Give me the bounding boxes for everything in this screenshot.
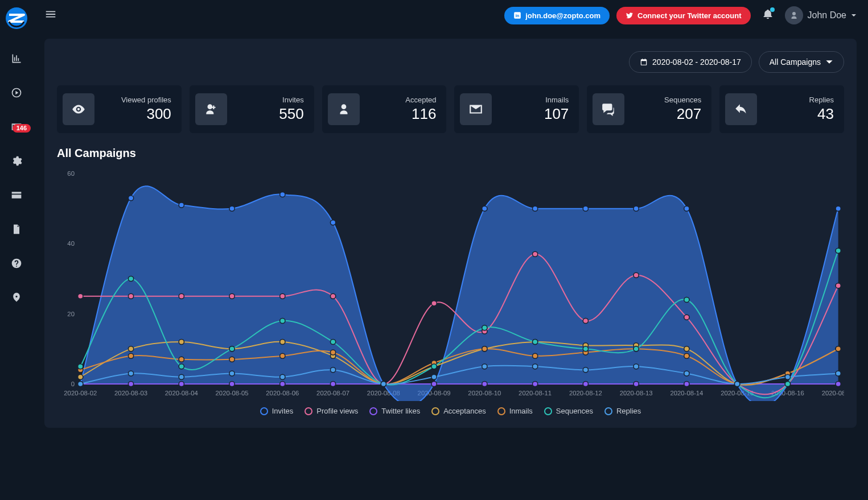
svg-point-125 [381, 382, 386, 387]
legend-item[interactable]: Twitter likes [369, 407, 420, 415]
hamburger-icon[interactable] [44, 8, 57, 23]
legend-label: Invites [272, 407, 294, 415]
svg-point-88 [128, 353, 133, 358]
legend-label: Twitter likes [381, 407, 420, 415]
svg-point-28 [330, 220, 335, 225]
legend-item[interactable]: Acceptances [431, 407, 486, 415]
svg-text:40: 40 [67, 240, 75, 247]
stat-label: Viewed profiles [101, 96, 171, 104]
svg-point-112 [532, 340, 537, 345]
svg-text:2020-08-10: 2020-08-10 [468, 390, 501, 396]
user-name: John Doe [808, 10, 847, 20]
svg-point-35 [684, 206, 689, 211]
email-button[interactable]: in john.doe@zopto.com [504, 7, 610, 24]
svg-text:2020-08-12: 2020-08-12 [569, 390, 602, 396]
svg-point-62 [431, 382, 437, 387]
user-icon [328, 93, 360, 125]
svg-point-105 [179, 364, 184, 369]
calendar-icon [640, 58, 648, 66]
stat-label: Inmails [499, 96, 569, 104]
svg-point-108 [330, 340, 335, 345]
svg-point-104 [128, 276, 133, 282]
card-icon[interactable] [6, 184, 27, 206]
chevron-down-icon [825, 58, 833, 66]
legend-label: Profile views [316, 407, 358, 415]
legend-swatch [260, 407, 268, 415]
svg-point-31 [482, 206, 487, 211]
stat-value: 300 [101, 105, 171, 123]
twitter-icon [626, 11, 633, 19]
bell-icon[interactable] [762, 9, 774, 22]
twitter-connect-button[interactable]: Connect your Twitter account [616, 7, 751, 24]
legend-item[interactable]: Sequences [544, 407, 593, 415]
eye-icon [63, 93, 94, 125]
mail-icon[interactable]: 146 [6, 116, 27, 138]
svg-point-46 [431, 301, 437, 306]
svg-point-51 [684, 315, 689, 320]
svg-point-133 [785, 374, 790, 379]
bell-dot [770, 7, 775, 12]
svg-point-132 [735, 382, 740, 387]
play-icon[interactable] [6, 82, 27, 104]
chevron-down-icon [851, 13, 857, 18]
svg-point-119 [78, 382, 83, 387]
svg-point-40 [128, 294, 133, 299]
file-icon[interactable] [6, 218, 27, 240]
svg-point-39 [78, 294, 83, 299]
svg-text:2020-08-06: 2020-08-06 [266, 390, 299, 396]
svg-point-103 [78, 364, 83, 369]
chart: 02040602020-08-022020-08-032020-08-04202… [57, 168, 844, 401]
user-menu[interactable]: John Doe [785, 6, 857, 24]
svg-text:0: 0 [71, 381, 75, 387]
svg-point-106 [229, 346, 235, 352]
date-range-picker[interactable]: 2020-08-02 - 2020-08-17 [629, 51, 752, 73]
legend-item[interactable]: Profile views [305, 407, 358, 415]
svg-text:2020-08-04: 2020-08-04 [165, 390, 198, 396]
rocket-icon[interactable] [6, 287, 27, 308]
legend-item[interactable]: Invites [260, 407, 294, 415]
svg-point-38 [836, 206, 841, 211]
legend-swatch [369, 407, 377, 415]
date-range-label: 2020-08-02 - 2020-08-17 [652, 57, 741, 67]
svg-point-102 [836, 346, 841, 352]
gear-icon[interactable] [6, 150, 27, 172]
chart-title: All Campaigns [57, 147, 844, 160]
svg-point-72 [128, 346, 133, 352]
svg-point-70 [836, 382, 841, 387]
svg-point-90 [229, 357, 235, 362]
stat-value: 116 [367, 105, 437, 123]
campaign-filter[interactable]: All Campaigns [759, 51, 844, 73]
stat-label: Sequences [631, 96, 701, 104]
legend-swatch [305, 407, 312, 415]
legend-item[interactable]: Replies [604, 407, 641, 415]
help-icon[interactable] [6, 253, 27, 274]
svg-point-71 [78, 374, 83, 379]
svg-point-124 [330, 367, 335, 373]
avatar [785, 6, 803, 24]
legend-item[interactable]: Inmails [497, 407, 533, 415]
logo [5, 7, 28, 30]
svg-text:2020-08-11: 2020-08-11 [519, 390, 552, 396]
header: in john.doe@zopto.com Connect your Twitt… [33, 0, 868, 31]
stat-card[interactable]: Sequences 207 [587, 85, 711, 133]
stat-card[interactable]: Viewed profiles 300 [57, 85, 182, 133]
svg-point-113 [583, 346, 588, 352]
svg-point-83 [684, 346, 689, 352]
svg-point-57 [179, 382, 184, 387]
campaign-filter-label: All Campaigns [770, 57, 821, 67]
twitter-label: Connect your Twitter account [637, 11, 742, 20]
stat-card[interactable]: Replies 43 [719, 85, 844, 133]
charts-icon[interactable] [6, 48, 27, 69]
legend-swatch [544, 407, 552, 415]
dashboard-panel: 2020-08-02 - 2020-08-17 All Campaigns Vi… [44, 39, 857, 428]
stat-card[interactable]: Accepted 116 [322, 85, 447, 133]
svg-text:2020-08-05: 2020-08-05 [216, 390, 249, 396]
stat-card[interactable]: Invites 550 [190, 85, 314, 133]
svg-text:in: in [516, 13, 520, 18]
svg-point-54 [836, 283, 841, 288]
svg-point-89 [179, 357, 184, 362]
svg-point-118 [836, 248, 841, 253]
stat-card[interactable]: Inmails 107 [454, 85, 579, 133]
svg-point-60 [330, 382, 335, 387]
svg-point-110 [431, 364, 437, 369]
